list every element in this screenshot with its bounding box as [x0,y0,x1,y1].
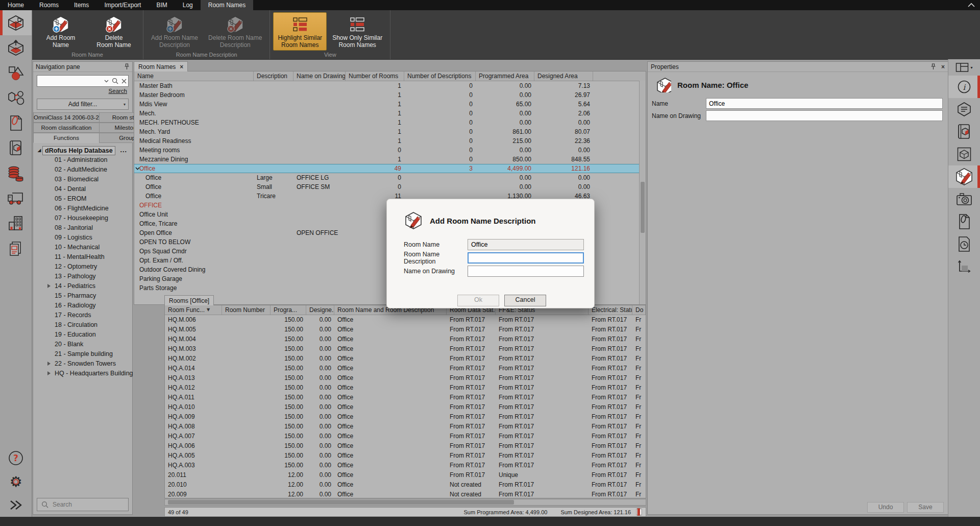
tree-item-09-logistics[interactable]: 09 - Logistics [36,233,131,243]
field-input-name[interactable] [706,98,943,109]
tree-item-14-pediatrics[interactable]: 14 - Pediatrics [36,281,131,291]
table-row[interactable]: Mezzanine Dining10850.00848.55 [134,155,646,164]
table-row[interactable]: Mdis View1065.005.64 [134,100,646,109]
help-icon[interactable]: ? [0,446,32,470]
menu-item-log[interactable]: Log [175,0,201,10]
column-header[interactable]: Do [632,305,646,315]
panel-layout-icon[interactable]: ▾ [948,59,980,76]
rooms-cube-icon[interactable] [0,10,32,35]
delete-room-name-button[interactable]: DeleteRoom Name [88,12,140,51]
ok-button[interactable]: Ok [457,295,499,306]
clear-search-icon[interactable] [119,79,128,84]
table-row[interactable]: HQ.A.009150.000.00OfficeFrom RT.017From … [165,412,646,422]
column-header[interactable]: Room Number [222,305,271,315]
tree-item-08-janitorial[interactable]: 08 - Janitorial [36,223,131,233]
tree-item-17-records[interactable]: 17 - Records [36,310,131,320]
menu-item-import-export[interactable]: Import/Export [96,0,149,10]
history-doc-icon[interactable] [948,233,980,255]
tree-item-18-circulation[interactable]: 18 - Circulation [36,320,131,330]
items-cube-icon[interactable] [0,35,32,60]
tree-item-hq-headquarters-building[interactable]: HQ - Headquarters Building [36,369,131,378]
cube-box-icon[interactable] [948,143,980,165]
add-filter-button[interactable]: Add filter... ▾ [37,99,129,110]
column-header[interactable]: Name [134,71,254,81]
table-row[interactable]: OfficeLargeOFFICE LG00.000.00 [134,173,646,182]
undo-button[interactable]: Undo [867,502,904,513]
truck-icon[interactable] [0,185,32,210]
menu-item-room-names[interactable]: Room Names [201,0,253,10]
horizontal-scrollbar[interactable] [164,499,646,506]
chevron-down-icon[interactable] [102,80,111,83]
dialog-input-room-name-description[interactable] [468,252,584,264]
column-header[interactable]: Progra... [271,305,306,315]
column-header[interactable]: Name on Drawing [293,71,346,81]
pin-icon[interactable] [930,63,936,70]
table-row[interactable]: Mech.100.002.06 [134,109,646,118]
chart-axis-icon[interactable] [948,255,980,278]
column-header[interactable]: Electrical: Status [589,305,632,315]
search-icon[interactable] [111,78,119,84]
expander-icon[interactable] [47,284,51,288]
tree-item-02-adultmedicine[interactable]: 02 - AdultMedicine [36,165,131,175]
tree-item-07-housekeeping[interactable]: 07 - Housekeeping [36,213,131,223]
table-row[interactable]: HQ.A.003150.000.00OfficeFrom RT.017From … [165,461,646,470]
attachment-doc-icon[interactable] [948,210,980,233]
table-row[interactable]: Office4934,499.00121.16 [134,164,646,173]
navigation-search-input[interactable] [37,77,102,85]
tree-item-11-mentalhealth[interactable]: 11 - MentalHealth [36,252,131,262]
menu-item-rooms[interactable]: Rooms [32,0,66,10]
table-row[interactable]: HQ.M.006150.000.00OfficeFrom RT.017From … [165,315,646,325]
sort-filter-icon[interactable]: ▼ [207,305,210,315]
tree-item-01-administration[interactable]: 01 - Administration [36,155,131,165]
dialog-input-name-on-drawing[interactable] [468,266,584,277]
tab-rooms-office[interactable]: Rooms [Office] [164,295,214,305]
tree-item-04-dental[interactable]: 04 - Dental [36,184,131,194]
table-row[interactable]: HQ.M.005150.000.00OfficeFrom RT.017From … [165,325,646,334]
menu-item-home[interactable]: Home [0,0,32,10]
nav-tab-functions[interactable]: Functions [33,133,100,143]
expander-icon[interactable] [47,362,51,366]
book-cube-icon[interactable] [0,135,32,160]
column-header[interactable]: Number of Rooms [346,71,404,81]
dialog-input-room-name[interactable] [468,239,584,250]
cube-pencil-icon[interactable] [948,165,980,188]
table-row[interactable]: Master Bedroom100.0026.97 [134,90,646,100]
tree-item-21-sample-building[interactable]: 21 - Sample building [36,349,131,359]
table-row[interactable]: HQ.M.004150.000.00OfficeFrom RT.017From … [165,334,646,344]
tree-item-22-snowden-towers[interactable]: 22 - Snowden Towers [36,359,131,369]
book-cube-icon[interactable] [948,121,980,143]
network-icon[interactable] [0,85,32,110]
column-header[interactable]: Programmed Area [476,71,534,81]
expander-icon[interactable] [47,371,51,375]
menu-item-items[interactable]: Items [66,0,96,10]
tree-item-12-optometry[interactable]: 12 - Optometry [36,262,131,272]
tree-item-13-pathology[interactable]: 13 - Pathology [36,272,131,281]
tree-item-10-mechanical[interactable]: 10 - Mechanical [36,243,131,252]
menu-item-bim[interactable]: BIM [149,0,175,10]
column-header[interactable]: Room Func...▼ [165,305,222,315]
tree-item-16-radiology[interactable]: 16 - Radiology [36,301,131,310]
table-row[interactable]: MECH. PENTHOUSE100.000.00 [134,118,646,127]
close-icon[interactable]: × [941,63,945,70]
collapse-double-arrow-icon[interactable] [0,493,32,517]
tree-item-menu-button[interactable]: ... [120,146,131,155]
tree-item-15-pharmacy[interactable]: 15 - Pharmacy [36,291,131,301]
field-input-name-on-drawing[interactable] [706,110,943,121]
tree-filter-searchbox[interactable]: Search [37,498,129,511]
table-row[interactable]: 20.00912.000.00OfficeNot createdFrom RT.… [165,490,646,498]
cancel-button[interactable]: Cancel [504,295,546,306]
vertical-scrollbar[interactable] [639,81,646,304]
ribbon-collapse-button[interactable] [963,0,980,10]
table-row[interactable]: HQ.A.005150.000.00OfficeFrom RT.017From … [165,451,646,461]
table-row[interactable]: HQ.A.010150.000.00OfficeFrom RT.017From … [165,402,646,412]
scrollbar-thumb[interactable] [168,500,514,505]
table-row[interactable]: Master Bath100.007.13 [134,81,646,90]
column-header[interactable]: Designe... [306,305,334,315]
show-only-similar-room-names-button[interactable]: Show Only SimilarRoom Names [328,12,387,51]
navigation-search-combobox[interactable] [37,75,129,87]
pin-icon[interactable] [124,63,130,70]
table-row[interactable]: HQ.A.012150.000.00OfficeFrom RT.017From … [165,383,646,393]
shapes-icon[interactable] [0,60,32,85]
table-row[interactable]: HQ.M.003150.000.00OfficeFrom RT.017From … [165,344,646,354]
column-header[interactable]: Designed Area [534,71,593,81]
